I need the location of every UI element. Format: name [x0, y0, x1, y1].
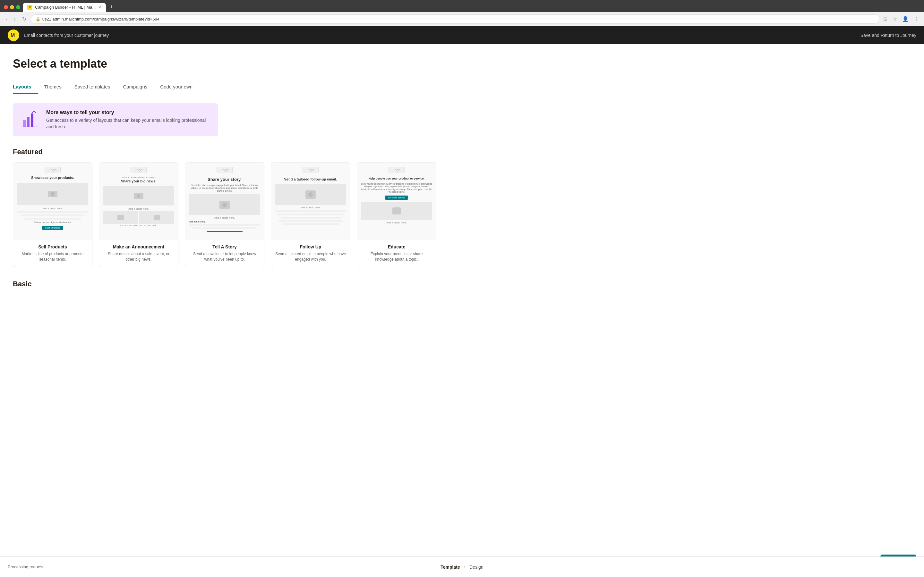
promo-banner: More ways to tell your story Get access … [13, 103, 218, 136]
preview-main-title: Showcase your products. [31, 176, 74, 179]
preview-main-title: Help people use your product or service. [368, 177, 425, 181]
reload-button[interactable]: ↻ [20, 15, 28, 23]
close-dot[interactable] [4, 5, 8, 9]
preview-main-title: Share your big news. [121, 179, 157, 183]
svg-point-17 [309, 192, 313, 197]
template-info-story: Tell A Story Send a newsletter to let pe… [185, 240, 264, 267]
template-card-sell-products[interactable]: Logo Showcase your products. Add a photo… [13, 163, 92, 267]
tab-title: Campaign Builder - HTML | Ma... [35, 5, 95, 10]
preview-desc-text: Feature the star of your collection firs… [33, 221, 71, 223]
preview-col-img-2 [139, 211, 174, 224]
template-description: Market a line of products or promote sea… [17, 251, 88, 262]
preview-link-underline [207, 231, 242, 232]
preview-add-photo: Add a photo here. [128, 207, 149, 210]
template-info-sell-products: Sell Products Market a line of products … [13, 240, 92, 267]
preview-text-2 [21, 214, 85, 216]
template-description: Send a newsletter to let people know wha… [189, 251, 260, 262]
template-description: Explain your products or share knowledge… [361, 251, 432, 262]
template-name: Tell A Story [189, 244, 260, 250]
template-preview-sell-products: Logo Showcase your products. Add a photo… [13, 163, 92, 240]
template-preview-follow-up: Logo Send a tailored follow-up email. Ad… [271, 163, 350, 240]
tab-layouts[interactable]: Layouts [13, 81, 38, 94]
lock-icon: 🔒 [36, 17, 40, 21]
template-name: Make an Announcement [103, 244, 174, 250]
tab-bar: Layouts Themes Saved templates Campaigns… [13, 81, 436, 94]
cast-button[interactable]: ⊡ [882, 15, 889, 23]
preview-text-3 [24, 218, 81, 219]
preview-italic-subtitle: Have an announcement to make? [121, 176, 155, 179]
address-bar[interactable]: 🔒 us21.admin.mailchimp.com/campaigns/wiz… [31, 15, 879, 24]
preview-image-block [275, 184, 346, 205]
template-card-follow-up[interactable]: Logo Send a tailored follow-up email. Ad… [271, 163, 351, 267]
tab-code-your-own[interactable]: Code your own [153, 81, 199, 94]
preview-text-5 [282, 223, 339, 225]
svg-point-11 [137, 194, 140, 197]
template-description: Send a tailored email to people who have… [275, 251, 346, 262]
promo-icon [21, 110, 40, 129]
preview-story-label: The main story [189, 221, 260, 223]
template-grid: Logo Showcase your products. Add a photo… [13, 163, 436, 267]
browser-toolbar: ‹ › ↻ 🔒 us21.admin.mailchimp.com/campaig… [0, 12, 924, 26]
template-preview-story: Logo Share your story. Newsletters keep … [185, 163, 264, 240]
preview-add-photo: Add a photo here. [214, 216, 235, 219]
app-header: M Email contacts from your customer jour… [0, 26, 924, 44]
preview-cta-button: Let's Get Started [385, 195, 408, 200]
promo-description: Get access to a variety of layouts that … [46, 117, 210, 130]
svg-point-9 [51, 192, 55, 196]
url-text: us21.admin.mailchimp.com/campaigns/wizar… [42, 17, 160, 21]
browser-tab[interactable]: C Campaign Builder - HTML | Ma... ✕ [23, 3, 106, 12]
template-name: Educate [361, 244, 432, 250]
browser-dots [4, 5, 20, 9]
template-preview-educate: Logo Help people use your product or ser… [357, 163, 436, 240]
basic-section-title: Basic [13, 280, 436, 288]
maximize-dot[interactable] [16, 5, 20, 9]
preview-image-block-1 [17, 183, 88, 205]
featured-section-title: Featured [13, 148, 436, 156]
forward-button[interactable]: › [12, 15, 17, 23]
tab-saved-templates[interactable]: Saved templates [68, 81, 117, 94]
tab-campaigns[interactable]: Campaigns [116, 81, 153, 94]
preview-add-photo: Add a photo here. [386, 221, 407, 224]
preview-logo: Logo [389, 167, 405, 173]
preview-subtitle: Show how to get the most out of your pro… [361, 183, 432, 193]
preview-image-block [189, 194, 260, 215]
promo-text: More ways to tell your story Get access … [46, 110, 210, 130]
template-card-make-announcement[interactable]: Logo Have an announcement to make? Share… [99, 163, 178, 267]
svg-rect-12 [118, 215, 124, 220]
bookmark-button[interactable]: ☆ [891, 15, 898, 23]
preview-image-block-1 [103, 186, 174, 205]
minimize-dot[interactable] [10, 5, 14, 9]
preview-image-block [361, 202, 432, 220]
template-card-tell-story[interactable]: Logo Share your story. Newsletters keep … [185, 163, 264, 267]
template-description: Share details about a sale, event, or ot… [103, 251, 174, 262]
preview-add-photos-two: Add a photo here. Add a photo here. [120, 224, 157, 227]
menu-button[interactable]: ⋮ [913, 15, 920, 23]
page-title: Select a template [13, 57, 436, 71]
browser-action-buttons: ⊡ ☆ 👤 ⋮ [882, 15, 920, 23]
preview-logo: Logo [302, 167, 318, 173]
preview-logo: Logo [216, 167, 233, 173]
back-button[interactable]: ‹ [4, 15, 9, 23]
preview-text-1 [17, 211, 88, 213]
preview-main-title: Send a tailored follow-up email. [284, 177, 337, 181]
svg-rect-3 [23, 120, 26, 127]
header-subtitle: Email contacts from your customer journe… [24, 33, 109, 38]
preview-text-1 [275, 210, 346, 212]
preview-logo: Logo [45, 167, 61, 173]
preview-text-1 [189, 224, 260, 226]
template-card-educate[interactable]: Logo Help people use your product or ser… [357, 163, 436, 267]
profile-button[interactable]: 👤 [901, 15, 910, 23]
svg-text:M: M [11, 33, 15, 38]
template-preview-announcement: Logo Have an announcement to make? Share… [99, 163, 178, 240]
template-name: Sell Products [17, 244, 88, 250]
preview-col-img-1 [103, 211, 138, 224]
browser-chrome: C Campaign Builder - HTML | Ma... ✕ + [0, 0, 924, 12]
preview-text-2 [192, 227, 257, 229]
preview-text-2 [277, 213, 344, 215]
preview-subtitle: Newsletters keep people engaged with you… [189, 184, 260, 192]
save-return-button[interactable]: Save and Return to Journey [861, 33, 916, 38]
tab-close-button[interactable]: ✕ [98, 5, 102, 10]
tab-themes[interactable]: Themes [38, 81, 68, 94]
template-name: Follow Up [275, 244, 346, 250]
new-tab-button[interactable]: + [108, 3, 115, 12]
